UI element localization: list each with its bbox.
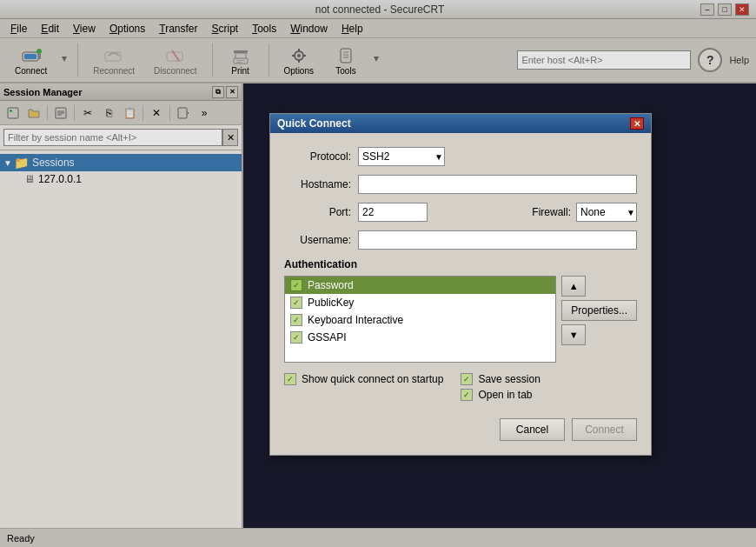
auth-checkbox-keyboard-interactive: ✓ <box>290 314 302 326</box>
option-group-left: ✓ Show quick connect on startup <box>284 373 443 385</box>
protocol-select-wrapper: SSH2 SSH1 Telnet Serial ▼ <box>358 147 445 166</box>
save-session-label: Save session <box>478 373 540 385</box>
auth-buttons: ▲ Properties... ▼ <box>561 276 637 363</box>
show-quick-connect-option[interactable]: ✓ Show quick connect on startup <box>284 373 443 385</box>
auth-label-gssapi: GSSAPI <box>308 331 347 344</box>
dialog-close-button[interactable]: ✕ <box>630 117 644 130</box>
auth-label-password: Password <box>308 279 354 291</box>
quick-connect-dialog: Quick Connect ✕ Protocol: SSH2 SSH1 Teln… <box>269 113 652 456</box>
port-firewall-row: Port: Firewall: None ▼ <box>284 203 637 222</box>
auth-move-down-button[interactable]: ▼ <box>561 324 586 345</box>
protocol-row: Protocol: SSH2 SSH1 Telnet Serial ▼ <box>284 147 637 166</box>
options-row: ✓ Show quick connect on startup ✓ Save s… <box>284 373 637 401</box>
hostname-row: Hostname: <box>284 175 637 194</box>
dialog-title-bar: Quick Connect ✕ <box>270 114 651 133</box>
auth-container: ✓ Password ✓ PublicKey ✓ Keyboard Intera… <box>284 276 637 363</box>
username-label: Username: <box>284 234 358 246</box>
authentication-section: Authentication ✓ Password ✓ PublicKey <box>284 258 637 363</box>
protocol-select[interactable]: SSH2 SSH1 Telnet Serial <box>358 147 445 166</box>
protocol-label: Protocol: <box>284 150 358 163</box>
auth-checkbox-gssapi: ✓ <box>290 331 302 344</box>
auth-properties-button[interactable]: Properties... <box>561 300 637 321</box>
connect-button[interactable]: Connect <box>572 418 637 441</box>
firewall-select[interactable]: None <box>576 203 637 222</box>
auth-item-publickey[interactable]: ✓ PublicKey <box>285 294 555 311</box>
port-label: Port: <box>284 206 358 218</box>
auth-item-keyboard-interactive[interactable]: ✓ Keyboard Interactive <box>285 311 555 329</box>
save-session-checkbox[interactable]: ✓ <box>461 373 473 385</box>
auth-section-title: Authentication <box>284 258 637 270</box>
dialog-buttons: Cancel Connect <box>284 415 637 441</box>
option-group-right: ✓ Save session ✓ Open in tab <box>461 373 540 401</box>
auth-list[interactable]: ✓ Password ✓ PublicKey ✓ Keyboard Intera… <box>284 276 556 363</box>
dialog-title-text: Quick Connect <box>277 117 351 130</box>
open-in-tab-label: Open in tab <box>478 389 532 401</box>
dialog-body: Protocol: SSH2 SSH1 Telnet Serial ▼ Host… <box>270 133 651 455</box>
auth-item-password[interactable]: ✓ Password <box>285 277 555 294</box>
open-in-tab-option[interactable]: ✓ Open in tab <box>461 389 540 401</box>
firewall-label: Firewall: <box>532 206 571 218</box>
port-input[interactable] <box>358 203 428 222</box>
open-in-tab-checkbox[interactable]: ✓ <box>461 389 473 401</box>
auth-checkbox-password: ✓ <box>290 279 302 291</box>
save-session-option[interactable]: ✓ Save session <box>461 373 540 385</box>
hostname-label: Hostname: <box>284 178 358 190</box>
show-quick-connect-checkbox[interactable]: ✓ <box>284 373 296 385</box>
firewall-select-wrapper: None ▼ <box>576 203 637 222</box>
show-quick-connect-label: Show quick connect on startup <box>302 373 443 385</box>
auth-label-publickey: PublicKey <box>308 297 354 309</box>
auth-move-up-button[interactable]: ▲ <box>561 276 586 297</box>
username-row: Username: <box>284 230 637 250</box>
auth-label-keyboard-interactive: Keyboard Interactive <box>308 314 403 326</box>
auth-checkbox-publickey: ✓ <box>290 297 302 309</box>
auth-item-gssapi[interactable]: ✓ GSSAPI <box>285 329 555 346</box>
cancel-button[interactable]: Cancel <box>500 418 565 441</box>
username-input[interactable] <box>358 230 637 250</box>
hostname-input[interactable] <box>358 175 637 194</box>
